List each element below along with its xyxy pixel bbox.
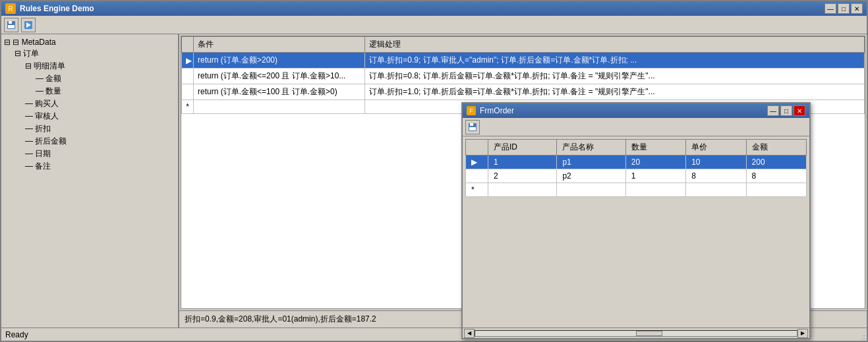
row-indicator: * bbox=[182, 100, 194, 114]
order-unit-price: 8 bbox=[686, 169, 746, 183]
tree-children-order: ⊟ 明细清单 — 金额 — 数量 — 购买人 bbox=[25, 60, 175, 173]
col-logic: 逻辑处理 bbox=[365, 37, 865, 53]
tree-children-metadata: ⊟ 订单 ⊟ 明细清单 — 金额 — 数量 bbox=[14, 47, 175, 173]
dialog-minimize-button[interactable]: — bbox=[767, 105, 779, 116]
order-table-row-new[interactable]: * bbox=[466, 183, 807, 197]
dialog-title-bar: F FrmOrder — □ ✕ bbox=[463, 103, 809, 118]
tree-item-discounted-amount[interactable]: — 折后金额 bbox=[25, 135, 175, 148]
order-product-name: p1 bbox=[557, 156, 625, 169]
main-title-bar: R Rules Engine Demo — □ ✕ bbox=[1, 1, 867, 16]
dialog-horizontal-scrollbar[interactable]: ◀ ▶ bbox=[463, 328, 809, 338]
run-icon bbox=[23, 20, 34, 30]
tree-item-quantity[interactable]: — 数量 bbox=[36, 85, 175, 98]
table-row[interactable]: ▶ return (订单.金额>200) 订单.折扣=0.9; 订单.审批人="… bbox=[182, 53, 865, 69]
svg-rect-7 bbox=[469, 127, 476, 130]
order-product-id: 2 bbox=[488, 169, 556, 183]
dialog-content: 产品ID 产品名称 数量 单价 金额 ▶ 1 p1 20 10 200 bbox=[463, 136, 809, 328]
tree-item-reviewer[interactable]: — 审核人 bbox=[25, 110, 175, 123]
table-row[interactable]: return (订单.金额<=200 且 订单.金额>10... 订单.折扣=0… bbox=[182, 69, 865, 84]
row-indicator: ▶ bbox=[182, 53, 194, 69]
row-indicator bbox=[182, 84, 194, 100]
order-unit-price: 10 bbox=[686, 156, 746, 169]
order-amount: 200 bbox=[746, 156, 806, 169]
svg-rect-1 bbox=[9, 21, 12, 24]
scroll-right-arrow[interactable]: ▶ bbox=[797, 329, 808, 338]
dialog-icon: F bbox=[467, 106, 476, 115]
save-icon bbox=[6, 20, 16, 30]
dialog-toolbar bbox=[463, 118, 809, 136]
tree-expand-metadata: ⊟ bbox=[4, 38, 13, 47]
order-col-indicator bbox=[466, 140, 488, 156]
scroll-left-arrow[interactable]: ◀ bbox=[464, 329, 475, 338]
run-toolbar-button[interactable] bbox=[21, 18, 36, 32]
svg-rect-6 bbox=[470, 123, 473, 126]
tree-item-discount[interactable]: — 折扣 bbox=[25, 123, 175, 135]
tree-item-amount[interactable]: — 金额 bbox=[36, 72, 175, 85]
order-quantity: 1 bbox=[625, 169, 685, 183]
main-toolbar bbox=[1, 16, 867, 34]
tree-item-order[interactable]: ⊟ 订单 bbox=[14, 47, 175, 60]
tree-item-metadata[interactable]: ⊟ ⊟ MetaData bbox=[4, 37, 175, 47]
dialog-save-icon bbox=[467, 122, 478, 132]
rule-condition-new bbox=[194, 100, 365, 114]
order-amount: 8 bbox=[746, 169, 806, 183]
order-quantity: 20 bbox=[625, 156, 685, 169]
svg-rect-2 bbox=[8, 25, 14, 28]
dialog-controls: — □ ✕ bbox=[767, 105, 805, 116]
order-table-row[interactable]: ▶ 1 p1 20 10 200 bbox=[466, 156, 807, 169]
app-icon: R bbox=[5, 3, 16, 14]
maximize-button[interactable]: □ bbox=[838, 3, 850, 14]
rule-condition: return (订单.金额<=100 且 订单.金额>0) bbox=[194, 84, 365, 100]
dialog-save-button[interactable] bbox=[465, 120, 480, 134]
close-button[interactable]: ✕ bbox=[851, 3, 863, 14]
resize-grip[interactable]: :: bbox=[861, 333, 865, 341]
left-tree-panel: ⊟ ⊟ MetaData ⊟ 订单 ⊟ 明细清单 — 金额 bbox=[1, 34, 179, 328]
order-table: 产品ID 产品名称 数量 单价 金额 ▶ 1 p1 20 10 200 bbox=[465, 139, 807, 197]
table-row[interactable]: return (订单.金额<=100 且 订单.金额>0) 订单.折扣=1.0;… bbox=[182, 84, 865, 100]
status-text: Ready bbox=[5, 330, 28, 339]
tree-item-note[interactable]: — 备注 bbox=[25, 160, 175, 173]
order-col-product-id: 产品ID bbox=[488, 140, 556, 156]
order-row-indicator: ▶ bbox=[466, 156, 488, 169]
rule-logic: 订单.折扣=0.9; 订单.审批人="admin"; 订单.折后金额=订单.金额… bbox=[365, 53, 865, 69]
dialog-close-button[interactable]: ✕ bbox=[794, 105, 805, 116]
scrollbar-track[interactable] bbox=[475, 330, 797, 337]
row-indicator bbox=[182, 69, 194, 84]
tree-item-date[interactable]: — 日期 bbox=[25, 148, 175, 160]
save-toolbar-button[interactable] bbox=[4, 18, 18, 32]
rule-logic: 订单.折扣=1.0; 订单.折后金额=订单.金额*订单.折扣; 订单.备注 = … bbox=[365, 84, 865, 100]
minimize-button[interactable]: — bbox=[825, 3, 836, 14]
order-col-unit-price: 单价 bbox=[686, 140, 746, 156]
col-condition: 条件 bbox=[194, 37, 365, 53]
result-text: 折扣=0.9,金额=208,审批人=01(admin),折后金额=187.2 bbox=[185, 314, 376, 324]
dialog-title: FrmOrder bbox=[480, 106, 514, 115]
dialog-empty-area bbox=[465, 197, 807, 296]
dialog-maximize-button[interactable]: □ bbox=[780, 105, 792, 116]
order-row-indicator bbox=[466, 169, 488, 183]
tree-children-detail: — 金额 — 数量 bbox=[36, 72, 175, 98]
col-indicator bbox=[182, 37, 194, 53]
order-col-quantity: 数量 bbox=[625, 140, 685, 156]
order-product-name: p2 bbox=[557, 169, 625, 183]
rule-condition: return (订单.金额>200) bbox=[194, 53, 365, 69]
rule-logic: 订单.折扣=0.8; 订单.折后金额=订单.金额*订单.折扣; 订单.备注 = … bbox=[365, 69, 865, 84]
window-controls: — □ ✕ bbox=[825, 3, 863, 14]
order-product-id: 1 bbox=[488, 156, 556, 169]
main-window-title: Rules Engine Demo bbox=[20, 4, 94, 13]
tree-item-buyer[interactable]: — 购买人 bbox=[25, 98, 175, 110]
frm-order-dialog: F FrmOrder — □ ✕ bbox=[461, 102, 811, 339]
scrollbar-thumb[interactable] bbox=[636, 331, 662, 336]
order-col-amount: 金额 bbox=[746, 140, 806, 156]
order-table-row[interactable]: 2 p2 1 8 8 bbox=[466, 169, 807, 183]
tree-item-detail[interactable]: ⊟ 明细清单 bbox=[25, 60, 175, 72]
order-col-product-name: 产品名称 bbox=[557, 140, 625, 156]
rule-condition: return (订单.金额<=200 且 订单.金额>10... bbox=[194, 69, 365, 84]
order-row-indicator-new: * bbox=[466, 183, 488, 197]
